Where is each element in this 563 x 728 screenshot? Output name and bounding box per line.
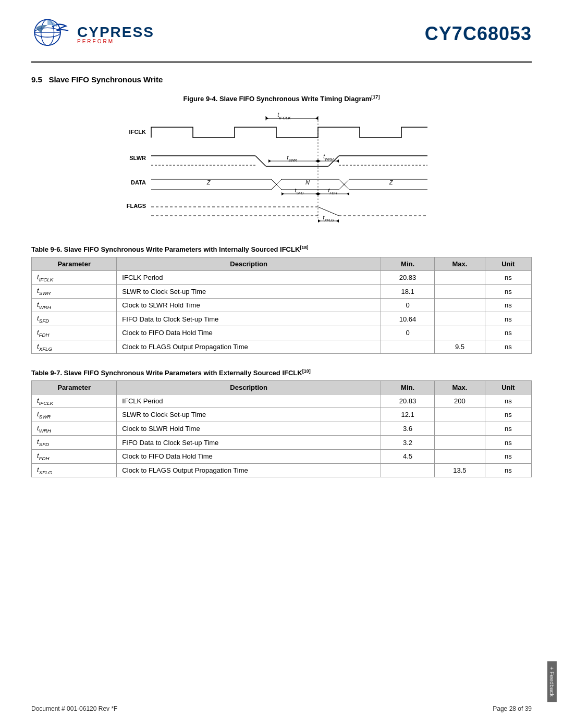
- table-row: tSFDFIFO Data to Clock Set-up Time10.64n…: [32, 312, 532, 326]
- table-row: tFDHClock to FIFO Data Hold Time0ns: [32, 326, 532, 340]
- param-cell: tWRH: [32, 422, 117, 436]
- svg-text:N: N: [305, 179, 310, 186]
- svg-text:tSWR: tSWR: [287, 155, 297, 162]
- unit-cell: ns: [485, 312, 531, 326]
- min-cell: 20.83: [381, 270, 434, 285]
- desc-cell: Clock to FLAGS Output Propagation Time: [117, 463, 381, 477]
- table6-col-min: Min.: [381, 257, 434, 270]
- svg-marker-44: [315, 192, 318, 195]
- svg-marker-7: [266, 117, 268, 120]
- param-cell: tFDH: [32, 449, 117, 463]
- param-cell: tXFLG: [32, 340, 117, 354]
- unit-cell: ns: [485, 394, 531, 408]
- desc-cell: Clock to FIFO Data Hold Time: [117, 326, 381, 340]
- param-cell: tIFCLK: [32, 270, 117, 285]
- param-cell: tSWR: [32, 408, 117, 422]
- max-cell: [435, 422, 485, 436]
- min-cell: 3.2: [381, 436, 434, 450]
- table-row: tWRHClock to SLWR Hold Time3.6ns: [32, 422, 532, 436]
- svg-marker-47: [318, 192, 321, 195]
- param-cell: tIFCLK: [32, 394, 117, 408]
- page-number: Page 28 of 39: [493, 705, 532, 712]
- max-cell: 9.5: [435, 340, 485, 354]
- min-cell: 12.1: [381, 408, 434, 422]
- table6-col-description: Description: [117, 257, 381, 270]
- svg-marker-22: [315, 159, 318, 163]
- doc-number: Document # 001-06120 Rev *F: [31, 705, 117, 712]
- svg-marker-25: [318, 159, 321, 163]
- min-cell: 3.6: [381, 422, 434, 436]
- table7-col-unit: Unit: [485, 380, 531, 394]
- svg-text:FLAGS: FLAGS: [127, 203, 146, 209]
- svg-text:tFDH: tFDH: [328, 188, 337, 195]
- max-cell: [435, 270, 485, 285]
- svg-line-14: [255, 156, 266, 166]
- table7: Parameter Description Min. Max. Unit tIF…: [31, 380, 532, 478]
- table-row: tXFLGClock to FLAGS Output Propagation T…: [32, 340, 532, 354]
- unit-cell: ns: [485, 340, 531, 354]
- table7-col-parameter: Parameter: [32, 380, 117, 394]
- max-cell: [435, 326, 485, 340]
- table7-col-min: Min.: [381, 380, 434, 394]
- unit-cell: ns: [485, 408, 531, 422]
- max-cell: [435, 298, 485, 312]
- svg-text:IFCLK: IFCLK: [129, 129, 146, 135]
- cypress-logo-icon: [31, 16, 73, 52]
- svg-text:Z: Z: [206, 179, 211, 186]
- table6-title: Table 9-6. Slave FIFO Synchronous Write …: [31, 245, 532, 253]
- table6-section: Table 9-6. Slave FIFO Synchronous Write …: [31, 245, 532, 354]
- unit-cell: ns: [485, 298, 531, 312]
- param-cell: tSFD: [32, 312, 117, 326]
- desc-cell: FIFO Data to Clock Set-up Time: [117, 436, 381, 450]
- table-row: tSWRSLWR to Clock Set-up Time18.1ns: [32, 285, 532, 299]
- svg-text:SLWR: SLWR: [129, 155, 146, 161]
- unit-cell: ns: [485, 436, 531, 450]
- desc-cell: SLWR to Clock Set-up Time: [117, 408, 381, 422]
- table-row: tSWRSLWR to Clock Set-up Time12.1ns: [32, 408, 532, 422]
- table6: Parameter Description Min. Max. Unit tIF…: [31, 257, 532, 354]
- max-cell: [435, 449, 485, 463]
- table7-header-row: Parameter Description Min. Max. Unit: [32, 380, 532, 394]
- figure-title: Figure 9-4. Slave FIFO Synchronous Write…: [31, 94, 532, 103]
- min-cell: 0: [381, 298, 434, 312]
- table-row: tIFCLKIFCLK Period20.83ns: [32, 270, 532, 285]
- min-cell: 10.64: [381, 312, 434, 326]
- desc-cell: FIFO Data to Clock Set-up Time: [117, 312, 381, 326]
- desc-cell: SLWR to Clock Set-up Time: [117, 285, 381, 299]
- table7-col-max: Max.: [435, 380, 485, 394]
- table7-title: Table 9-7. Slave FIFO Synchronous Write …: [31, 368, 532, 377]
- svg-marker-43: [282, 192, 284, 195]
- svg-text:tWRH: tWRH: [323, 154, 334, 161]
- timing-diagram: tIFCLK IFCLK SLWR tSWR: [115, 109, 448, 229]
- max-cell: 13.5: [435, 463, 485, 477]
- max-cell: [435, 285, 485, 299]
- svg-line-52: [318, 207, 339, 216]
- desc-cell: IFCLK Period: [117, 394, 381, 408]
- table6-col-max: Max.: [435, 257, 485, 270]
- page-footer: Document # 001-06120 Rev *F Page 28 of 3…: [31, 705, 532, 712]
- desc-cell: IFCLK Period: [117, 270, 381, 285]
- svg-text:tXFLG: tXFLG: [323, 215, 334, 222]
- max-cell: 200: [435, 394, 485, 408]
- feedback-button[interactable]: + Feedback: [547, 661, 557, 702]
- svg-text:DATA: DATA: [131, 179, 146, 186]
- header-divider: [31, 61, 532, 63]
- param-cell: tSWR: [32, 285, 117, 299]
- unit-cell: ns: [485, 463, 531, 477]
- min-cell: 4.5: [381, 449, 434, 463]
- min-cell: [381, 463, 434, 477]
- svg-marker-48: [347, 192, 349, 195]
- table6-col-unit: Unit: [485, 257, 531, 270]
- page: CYPRESS PERFORM CY7C68053 9.5 Slave FIFO…: [0, 0, 563, 728]
- max-cell: [435, 312, 485, 326]
- table-row: tIFCLKIFCLK Period20.83200ns: [32, 394, 532, 408]
- unit-cell: ns: [485, 326, 531, 340]
- max-cell: [435, 408, 485, 422]
- max-cell: [435, 436, 485, 450]
- min-cell: [381, 340, 434, 354]
- svg-marker-56: [318, 219, 321, 223]
- section-title: 9.5 Slave FIFO Synchronous Write: [31, 75, 532, 84]
- param-cell: tWRH: [32, 298, 117, 312]
- desc-cell: Clock to FLAGS Output Propagation Time: [117, 340, 381, 354]
- table-row: tFDHClock to FIFO Data Hold Time4.5ns: [32, 449, 532, 463]
